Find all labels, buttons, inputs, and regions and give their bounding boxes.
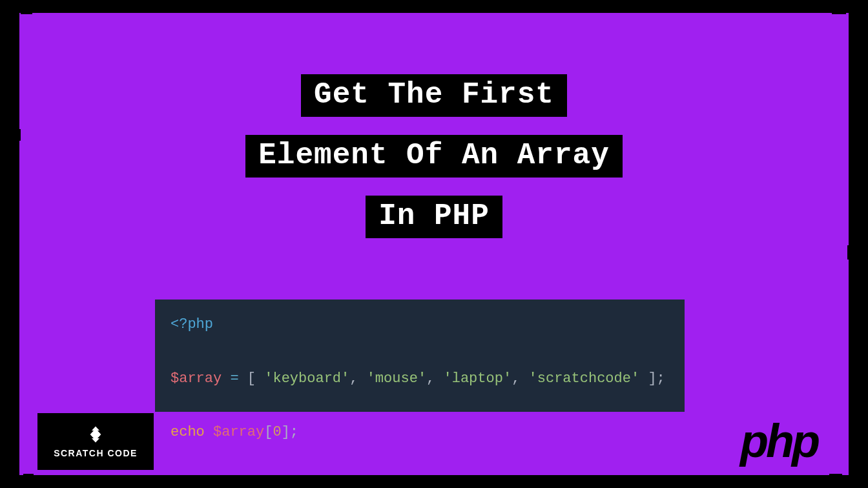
border-decoration: [23, 474, 34, 479]
code-bracket-close: ]: [648, 371, 656, 387]
php-open-tag: <?php: [170, 316, 213, 332]
code-variable-echo: $array: [213, 424, 264, 440]
title-line-3: In PHP: [366, 196, 502, 238]
border-decoration: [832, 8, 846, 14]
code-snippet: <?php $array = [ 'keyboard', 'mouse', 'l…: [155, 300, 685, 412]
code-string-1: 'keyboard': [264, 371, 349, 387]
scratch-code-logo: SCRATCH CODE: [37, 413, 154, 470]
border-decoration: [16, 129, 21, 141]
code-semicolon-2: ;: [290, 424, 298, 440]
php-logo: php: [740, 414, 818, 467]
code-string-2: 'mouse': [367, 371, 426, 387]
code-comma-3: ,: [512, 371, 520, 387]
content-frame: Get The First Element Of An Array In PHP…: [18, 12, 850, 476]
code-content: <?php $array = [ 'keyboard', 'mouse', 'l…: [170, 311, 669, 446]
code-echo-keyword: echo: [170, 424, 205, 440]
code-semicolon-1: ;: [657, 371, 665, 387]
code-index-number: 0: [273, 424, 281, 440]
scratch-code-icon: [86, 425, 105, 444]
title-line-2: Element Of An Array: [245, 135, 623, 178]
code-index-open: [: [264, 424, 273, 440]
border-decoration: [21, 9, 32, 14]
code-assign: =: [230, 371, 238, 387]
code-string-3: 'laptop': [444, 371, 512, 387]
border-decoration: [847, 245, 852, 259]
border-decoration: [829, 474, 842, 480]
code-comma-1: ,: [349, 371, 358, 387]
code-bracket-open: [: [247, 371, 256, 387]
code-index-close: ]: [282, 424, 290, 440]
code-comma-2: ,: [426, 371, 435, 387]
title-line-1: Get The First: [301, 74, 567, 117]
scratch-code-text: SCRATCH CODE: [54, 448, 138, 458]
code-variable: $array: [170, 371, 222, 387]
code-string-4: 'scratchcode': [529, 371, 640, 387]
title-block: Get The First Element Of An Array In PHP: [19, 74, 849, 238]
